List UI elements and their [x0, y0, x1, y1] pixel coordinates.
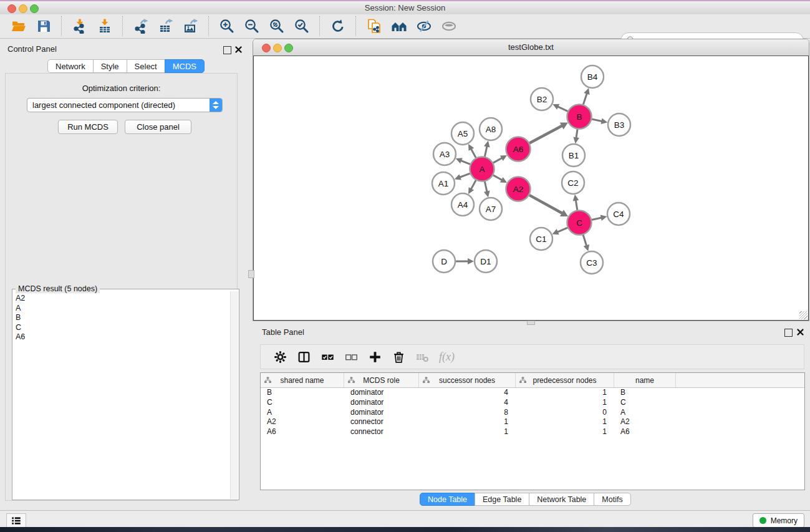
tab-edge-table[interactable]: Edge Table	[475, 493, 529, 506]
network-window-titlebar[interactable]: testGlobe.txt	[253, 39, 809, 56]
graph-node-B4[interactable]: B4	[581, 65, 604, 88]
eye-icon[interactable]	[440, 17, 458, 35]
splitpane-grip-left[interactable]	[248, 270, 254, 278]
graph-node-C4[interactable]: C4	[607, 203, 630, 225]
mcds-result-item[interactable]: C	[13, 323, 230, 333]
delete-column-icon[interactable]	[390, 349, 407, 365]
table-row[interactable]: A6connector11A6	[261, 427, 804, 437]
table-panel-close-icon[interactable]	[796, 328, 804, 336]
edge-A-A5[interactable]	[471, 149, 476, 158]
graph-node-C1[interactable]: C1	[530, 228, 552, 250]
edge-A-A6[interactable]	[493, 158, 502, 163]
graph-node-A3[interactable]: A3	[433, 143, 456, 165]
graph-node-A4[interactable]: A4	[451, 193, 474, 216]
edge-A-A8[interactable]	[485, 146, 487, 157]
zoom-fit-icon[interactable]	[268, 17, 286, 35]
refresh-icon[interactable]	[329, 17, 347, 35]
tab-motifs[interactable]: Motifs	[594, 493, 630, 506]
table-panel-float-icon[interactable]	[784, 329, 793, 337]
mcds-result-item[interactable]: A2	[13, 294, 230, 304]
criterion-select[interactable]: largest connected component (directed)	[27, 98, 223, 112]
edge-A6-B[interactable]	[529, 126, 562, 143]
task-history-button[interactable]	[6, 513, 26, 528]
column-header-MCDS-role[interactable]: MCDS role	[344, 373, 419, 387]
zoom-in-icon[interactable]	[218, 17, 236, 35]
add-column-icon[interactable]	[367, 349, 383, 365]
tab-select[interactable]: Select	[127, 59, 165, 73]
network-canvas[interactable]: A A1 A2 A3 A4 A5 A6 A7 A8 B B1 B2 B3 B4 …	[253, 56, 809, 321]
eye-slash-icon[interactable]	[415, 17, 433, 35]
edge-A2-C[interactable]	[529, 195, 562, 213]
edge-B-B2[interactable]	[557, 107, 567, 111]
tab-mcds[interactable]: MCDS	[165, 59, 205, 73]
edge-B-B3[interactable]	[592, 119, 602, 121]
zoom-selected-icon[interactable]	[293, 17, 311, 35]
zoom-out-icon[interactable]	[243, 17, 261, 35]
graph-node-D[interactable]: D	[433, 250, 455, 273]
result-scrollbar[interactable]	[230, 291, 238, 499]
table-row[interactable]: A2connector11A2	[261, 417, 804, 427]
table-row[interactable]: Bdominator41B	[261, 388, 804, 398]
graph-node-B[interactable]: B	[567, 105, 592, 129]
split-columns-icon[interactable]	[296, 349, 312, 365]
mcds-result-item[interactable]: A6	[13, 332, 230, 342]
edge-B-B1[interactable]	[576, 129, 577, 138]
graph-node-A1[interactable]: A1	[432, 172, 455, 195]
edge-C-C1[interactable]	[557, 228, 567, 232]
graph-node-B2[interactable]: B2	[531, 88, 553, 110]
export-image-icon[interactable]	[182, 17, 200, 35]
select-all-icon[interactable]	[319, 349, 335, 365]
edge-C-C3[interactable]	[583, 235, 587, 246]
function-builder-button[interactable]: f(x)	[439, 351, 455, 364]
column-header-shared-name[interactable]: shared name	[261, 373, 344, 387]
graph-node-C2[interactable]: C2	[562, 172, 584, 194]
edge-A-A7[interactable]	[485, 181, 487, 192]
graph-node-D1[interactable]: D1	[475, 250, 497, 273]
graph-node-C3[interactable]: C3	[581, 251, 603, 274]
resize-grip-icon[interactable]	[799, 311, 808, 319]
tab-network-table[interactable]: Network Table	[529, 493, 594, 506]
edge-B-B4[interactable]	[583, 94, 587, 105]
close-panel-button[interactable]: Close panel	[125, 120, 191, 134]
control-panel-float-icon[interactable]	[223, 46, 231, 54]
copy-network-doc-icon[interactable]	[365, 17, 383, 35]
edge-A-A1[interactable]	[460, 173, 470, 177]
column-header-predecessor-nodes[interactable]: predecessor nodes	[516, 373, 614, 387]
graph-node-A7[interactable]: A7	[480, 198, 502, 220]
mcds-result-item[interactable]: B	[13, 313, 230, 323]
graph-node-A5[interactable]: A5	[451, 122, 474, 145]
network-graph[interactable]: A A1 A2 A3 A4 A5 A6 A7 A8 B B1 B2 B3 B4 …	[254, 56, 808, 321]
graph-node-A[interactable]: A	[470, 157, 494, 181]
tab-style[interactable]: Style	[93, 59, 127, 73]
save-icon[interactable]	[35, 17, 52, 35]
column-header-successor-nodes[interactable]: successor nodes	[419, 373, 516, 387]
graph-node-A8[interactable]: A8	[480, 118, 502, 140]
delete-table-icon[interactable]	[414, 349, 430, 365]
import-network-icon[interactable]	[71, 17, 89, 35]
export-table-icon[interactable]	[157, 17, 175, 35]
column-header-name[interactable]: name	[614, 373, 676, 387]
open-folder-icon[interactable]	[10, 17, 27, 35]
table-row[interactable]: Cdominator41C	[261, 398, 804, 408]
splitpane-grip-bottom[interactable]	[527, 321, 535, 325]
graph-node-A6[interactable]: A6	[506, 137, 531, 162]
tab-network[interactable]: Network	[47, 59, 94, 73]
export-network-icon[interactable]	[132, 17, 150, 35]
edge-A-A4[interactable]	[471, 180, 476, 189]
graph-node-B3[interactable]: B3	[608, 114, 630, 136]
table-row[interactable]: Adominator80A	[261, 408, 804, 418]
memory-button[interactable]: Memory	[753, 513, 804, 528]
mcds-result-item[interactable]: A	[13, 304, 230, 314]
gear-icon[interactable]	[272, 349, 288, 365]
tab-node-table[interactable]: Node Table	[420, 493, 475, 506]
edge-C-C4[interactable]	[592, 218, 602, 220]
edge-A-A3[interactable]	[461, 160, 470, 164]
unselect-all-icon[interactable]	[343, 349, 359, 365]
graph-node-A2[interactable]: A2	[506, 177, 531, 201]
edge-C-C2[interactable]	[576, 200, 577, 210]
graph-node-B1[interactable]: B1	[562, 144, 585, 167]
graph-node-C[interactable]: C	[567, 211, 592, 235]
edge-A-A2[interactable]	[493, 175, 502, 180]
run-mcds-button[interactable]: Run MCDS	[58, 120, 118, 134]
houses-icon[interactable]	[390, 17, 408, 35]
